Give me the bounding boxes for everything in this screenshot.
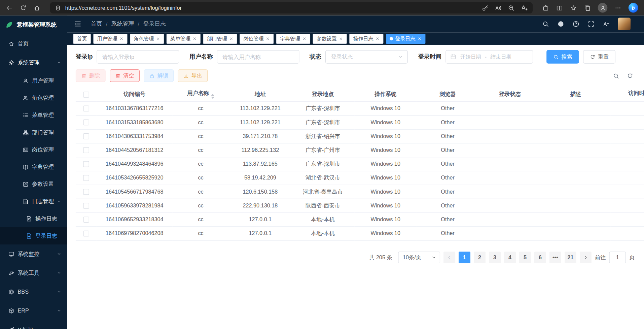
- table-row[interactable]: 1641053426655825920cc58.19.42.209湖北省-武汉市…: [76, 171, 644, 185]
- tab-7[interactable]: 参数设置: [313, 34, 347, 44]
- tab-0[interactable]: 首页: [73, 34, 91, 44]
- tab-1[interactable]: 用户管理: [93, 34, 127, 44]
- table-row[interactable]: 1641054566717984768cc120.6.150.158河北省-秦皇…: [76, 185, 644, 198]
- collections-icon[interactable]: [584, 4, 591, 11]
- table-row[interactable]: 1641059633978281984cc222.90.130.18陕西省-西安…: [76, 199, 644, 212]
- sidebar-item-menu[interactable]: 菜单管理: [0, 106, 67, 124]
- tab-close-icon[interactable]: [339, 37, 343, 41]
- tab-8[interactable]: 操作日志: [349, 34, 383, 44]
- page-button-4[interactable]: 4: [504, 252, 516, 263]
- prev-page-button[interactable]: [443, 252, 455, 263]
- github-icon[interactable]: [558, 21, 564, 27]
- page-button-6[interactable]: 6: [534, 252, 546, 263]
- browser-home-icon[interactable]: [34, 4, 40, 11]
- page-button-5[interactable]: 5: [519, 252, 531, 263]
- sidebar-item-home[interactable]: 首页: [0, 34, 67, 53]
- page-ellipsis[interactable]: •••: [549, 252, 561, 263]
- column-header[interactable]: 用户名称: [172, 87, 229, 101]
- password-manager-icon[interactable]: [482, 4, 489, 11]
- browser-refresh-icon[interactable]: [20, 4, 27, 11]
- tab-close-icon[interactable]: [302, 37, 306, 41]
- zoom-icon[interactable]: [508, 4, 514, 11]
- login-ip-input[interactable]: [97, 50, 179, 64]
- end-date-placeholder[interactable]: 结束日期: [491, 53, 511, 60]
- help-icon[interactable]: [573, 21, 579, 27]
- address-bar[interactable]: https://ccnetcore.com:1101/system/log/lo…: [50, 2, 533, 13]
- table-row[interactable]: 1641031367863177216cc113.102.129.221广东省-…: [76, 101, 644, 115]
- sidebar-item-bbs[interactable]: BBS: [0, 282, 67, 301]
- delete-button[interactable]: 删除: [76, 69, 106, 82]
- collapse-sidebar-icon[interactable]: [74, 20, 81, 28]
- row-checkbox[interactable]: [83, 161, 89, 167]
- tab-close-icon[interactable]: [192, 37, 196, 41]
- tab-3[interactable]: 菜单管理: [167, 34, 201, 44]
- status-select[interactable]: 登录状态: [326, 50, 408, 64]
- row-checkbox[interactable]: [83, 175, 89, 181]
- browser-back-icon[interactable]: [6, 4, 12, 11]
- row-checkbox[interactable]: [83, 203, 89, 209]
- favorites-icon[interactable]: [570, 4, 577, 11]
- toggle-search-icon[interactable]: [613, 73, 619, 79]
- tab-close-icon[interactable]: [156, 37, 160, 41]
- tab-close-icon[interactable]: [266, 37, 270, 41]
- sidebar-item-param[interactable]: 参数设置: [0, 175, 67, 193]
- extensions-icon[interactable]: [542, 4, 549, 11]
- goto-page-input[interactable]: [609, 252, 626, 263]
- browser-menu-icon[interactable]: [615, 4, 621, 11]
- sidebar-item-monitor[interactable]: 系统监控: [0, 244, 67, 263]
- row-checkbox[interactable]: [83, 133, 89, 139]
- date-range-picker[interactable]: 开始日期 - 结束日期: [446, 50, 533, 64]
- page-button-1[interactable]: 1: [459, 252, 470, 263]
- font-size-icon[interactable]: [603, 21, 610, 27]
- next-page-button[interactable]: [580, 252, 592, 263]
- add-favorite-icon[interactable]: [521, 4, 528, 11]
- tab-close-icon[interactable]: [375, 37, 380, 41]
- sidebar-item-dept[interactable]: 部门管理: [0, 124, 67, 141]
- table-row[interactable]: 1641069798270046208cc127.0.0.1本地-本机Windo…: [76, 226, 644, 240]
- sidebar-item-post[interactable]: 岗位管理: [0, 141, 67, 158]
- breadcrumb-item[interactable]: 系统管理: [111, 20, 134, 28]
- row-checkbox[interactable]: [83, 120, 89, 125]
- tab-close-icon[interactable]: [418, 37, 422, 41]
- sidebar-item-tools[interactable]: 系统工具: [0, 263, 67, 282]
- search-button[interactable]: 搜索: [547, 50, 579, 64]
- row-checkbox[interactable]: [83, 147, 89, 153]
- select-all-checkbox[interactable]: [83, 92, 89, 97]
- sidebar-item-loginlog[interactable]: 登录日志: [0, 227, 67, 244]
- user-avatar[interactable]: [618, 18, 631, 30]
- tab-4[interactable]: 部门管理: [203, 34, 237, 44]
- site-info-icon[interactable]: [55, 5, 61, 10]
- export-button[interactable]: 导出: [178, 69, 208, 82]
- row-checkbox[interactable]: [83, 231, 89, 236]
- read-aloud-icon[interactable]: [495, 4, 502, 11]
- page-size-select[interactable]: 10条/页: [398, 252, 440, 263]
- row-checkbox[interactable]: [83, 189, 89, 195]
- user-name-input[interactable]: [217, 50, 299, 64]
- table-row[interactable]: 1641069652933218304cc127.0.0.1本地-本机Windo…: [76, 212, 644, 226]
- split-screen-icon[interactable]: [556, 4, 563, 11]
- table-row[interactable]: 1641031533185863680cc113.102.129.221广东省-…: [76, 115, 644, 129]
- fullscreen-icon[interactable]: [588, 21, 595, 27]
- header-search-icon[interactable]: [542, 21, 549, 27]
- sidebar-item-erp[interactable]: ERP: [0, 301, 67, 320]
- page-button-3[interactable]: 3: [489, 252, 501, 263]
- sidebar-item-yiframe[interactable]: Yi框架: [0, 320, 67, 329]
- user-menu-caret-icon[interactable]: [633, 22, 637, 26]
- unlock-button[interactable]: 解锁: [144, 69, 174, 82]
- sort-carets-icon[interactable]: [211, 94, 214, 99]
- clear-button[interactable]: 清空: [110, 69, 140, 82]
- user-menu[interactable]: [618, 18, 637, 30]
- tab-2[interactable]: 角色管理: [130, 34, 164, 44]
- breadcrumb-item[interactable]: 首页: [91, 20, 102, 28]
- tab-6[interactable]: 字典管理: [276, 34, 310, 44]
- reset-button[interactable]: 重置: [583, 50, 615, 64]
- table-row[interactable]: 1641044993248464896cc113.87.92.165广东省-深圳…: [76, 157, 644, 171]
- sidebar-item-dict[interactable]: 字典管理: [0, 158, 67, 175]
- page-button-2[interactable]: 2: [474, 252, 486, 263]
- table-row[interactable]: 1641043063331753984cc39.171.210.78浙江省-绍兴…: [76, 129, 644, 143]
- sidebar-item-role[interactable]: 角色管理: [0, 89, 67, 106]
- tab-9[interactable]: 登录日志: [386, 34, 425, 44]
- sidebar-item-system[interactable]: 系统管理: [0, 53, 67, 72]
- row-checkbox[interactable]: [83, 106, 89, 111]
- table-refresh-icon[interactable]: [627, 73, 633, 79]
